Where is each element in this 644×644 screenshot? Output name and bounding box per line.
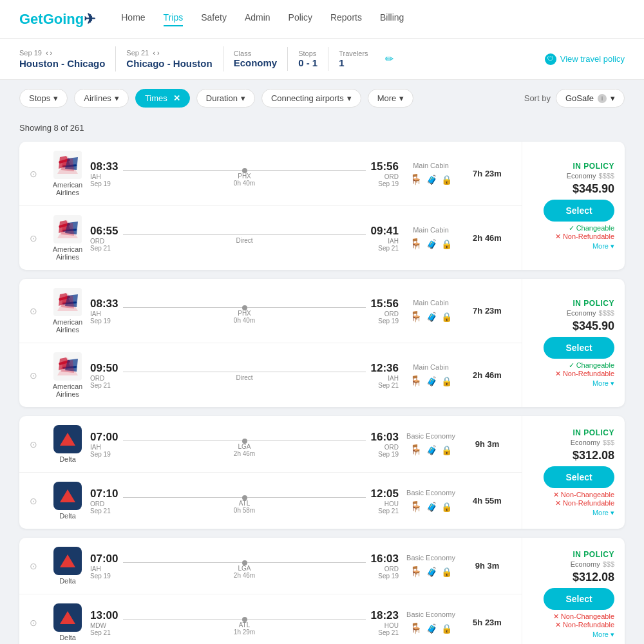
segment-travelers[interactable]: Travelers 1 <box>328 47 378 71</box>
edit-search-icon[interactable]: ✏ <box>385 53 393 65</box>
logo: GetGoing✈ <box>19 11 95 28</box>
nav-safety[interactable]: Safety <box>201 12 227 26</box>
view-policy-label: View travel policy <box>560 54 625 64</box>
svg-marker-20 <box>61 296 74 308</box>
segment-stops[interactable]: Stops 0 - 1 <box>288 47 328 71</box>
seat-icon: 🪑 <box>410 500 422 513</box>
depart-date: Sep 19 <box>90 573 118 580</box>
amenity-icons: 🪑 🧳 🔒 <box>410 565 452 578</box>
non-changeable-note: ✕ Non-Changeable <box>527 491 614 499</box>
flight-times: 07:00 IAH Sep 19 LGA2h 46m 16:03 ORD Sep… <box>90 431 399 458</box>
non-refundable-note: ✕ Non-Refundable <box>527 370 614 378</box>
more-link[interactable]: More ▾ <box>527 242 614 251</box>
select-button-3[interactable]: Select <box>544 588 614 610</box>
arrive-code: ORD <box>371 310 399 317</box>
filter-airlines[interactable]: Airlines ▾ <box>74 89 129 108</box>
depart-date: Sep 19 <box>90 317 118 325</box>
arrive-date: Sep 21 <box>371 382 399 389</box>
flight-times: 13:00 MDW Sep 21 ATL1h 29m 18:23 HOU Sep… <box>90 609 399 636</box>
sort-select[interactable]: GoSafe i ▾ <box>556 89 625 108</box>
flight-card: ⊙ Delta 07:00 IAH Sep 19 L <box>19 538 625 644</box>
policy-notes: ✕ Non-Changeable ✕ Non-Refundable <box>527 612 614 629</box>
price-signs: $$$$ <box>599 172 614 180</box>
price-amount: $345.90 <box>527 182 614 196</box>
seg1-nav[interactable]: ‹› <box>46 49 52 57</box>
stops-value: 0 - 1 <box>298 57 317 68</box>
nav-policy[interactable]: Policy <box>289 12 312 26</box>
logo-text: GetGoing <box>19 11 84 27</box>
amenity-icons: 🪑 🧳 🔒 <box>410 375 452 387</box>
nav-home[interactable]: Home <box>121 12 145 26</box>
more-link[interactable]: More ▾ <box>527 379 614 388</box>
flight-leg: ⊙ American Airlines 09:50 ORD Sep 21 <box>19 343 522 407</box>
cabin-label: Main Cabin <box>413 363 449 371</box>
seg2-nav[interactable]: ‹› <box>153 49 159 57</box>
airline-name: Delta <box>59 577 76 585</box>
depart-date: Sep 21 <box>90 629 118 636</box>
filter-times-close[interactable]: ✕ <box>173 93 180 103</box>
class-value: Economy <box>234 57 278 68</box>
filter-times[interactable]: Times ✕ <box>135 89 190 108</box>
airline-info: Delta <box>45 482 90 520</box>
select-button-2[interactable]: Select <box>544 466 614 488</box>
link-icon: ⊙ <box>30 618 40 628</box>
filter-connecting-airports[interactable]: Connecting airports ▾ <box>261 89 361 108</box>
link-icon: ⊙ <box>30 169 40 179</box>
cabin-class-badge: Economy $$$$ <box>527 309 614 317</box>
changeable-note: ✓ Changeable <box>527 361 614 370</box>
airline-name: Delta <box>59 512 76 520</box>
bag-icon: 🧳 <box>426 623 437 634</box>
nav-trips[interactable]: Trips <box>164 12 184 26</box>
more-link[interactable]: More ▾ <box>527 509 614 517</box>
filter-duration[interactable]: Duration ▾ <box>196 89 255 108</box>
bag-icon: 🧳 <box>426 376 437 386</box>
policy-badge: IN POLICY <box>527 428 614 437</box>
svg-marker-29 <box>60 489 75 502</box>
cabin-class-badge: Economy $$$ <box>527 560 614 568</box>
arrive-time: 12:36 <box>371 362 399 375</box>
lock-icon: 🔒 <box>441 502 452 512</box>
flight-times: 06:55 ORD Sep 21 Direct 09:41 IAH Sep 21 <box>90 225 399 252</box>
segment-class[interactable]: Class Economy <box>223 47 289 71</box>
arrive-time: 09:41 <box>371 225 399 238</box>
airline-name: American Airlines <box>45 181 90 196</box>
cabin-label: Main Cabin <box>413 226 449 234</box>
filter-stops[interactable]: Stops ▾ <box>19 89 68 108</box>
arrive-time: 15:56 <box>371 160 399 173</box>
flight-duration: 2h 46m <box>469 233 505 243</box>
nav-reports[interactable]: Reports <box>330 12 362 26</box>
segment-outbound[interactable]: Sep 19 ‹› Houston - Chicago <box>19 46 116 71</box>
select-button-0[interactable]: Select <box>544 200 614 222</box>
airline-info: Delta <box>45 547 90 585</box>
link-icon: ⊙ <box>30 306 40 316</box>
airline-name: American Airlines <box>45 383 90 398</box>
cabin-label: Basic Economy <box>406 554 455 562</box>
arrive-time: 12:05 <box>371 488 399 500</box>
cabin-class-text: Economy <box>571 560 600 568</box>
cabin-info: Main Cabin 🪑 🧳 🔒 <box>405 226 457 250</box>
seat-icon: 🪑 <box>410 310 422 323</box>
nav-billing[interactable]: Billing <box>380 12 404 26</box>
nav-admin[interactable]: Admin <box>245 12 270 26</box>
arrive-code: HOU <box>371 622 399 629</box>
segment-return[interactable]: Sep 21 ‹› Chicago - Houston <box>116 46 223 71</box>
filter-more[interactable]: More ▾ <box>368 89 414 108</box>
arrive-time: 15:56 <box>371 298 399 310</box>
seat-icon: 🪑 <box>410 375 422 387</box>
view-policy-btn[interactable]: 🛡 View travel policy <box>545 53 625 65</box>
non-refundable-note: ✕ Non-Refundable <box>527 621 614 629</box>
bag-icon: 🧳 <box>426 175 437 185</box>
depart-code: ORD <box>90 375 118 382</box>
cabin-class-text: Economy <box>567 172 596 180</box>
depart-time: 08:33 <box>90 160 118 173</box>
sort-value: GoSafe <box>565 93 594 103</box>
select-button-1[interactable]: Select <box>544 337 614 359</box>
arrive-code: IAH <box>371 375 399 382</box>
lock-icon: 🔒 <box>441 239 452 249</box>
header: GetGoing✈ Home Trips Safety Admin Policy… <box>0 0 644 39</box>
flight-duration: 7h 23m <box>469 306 505 316</box>
arrive-date: Sep 19 <box>371 573 399 580</box>
more-link[interactable]: More ▾ <box>527 630 614 639</box>
price-column: IN POLICY Economy $$$$ $345.90 Select ✓ … <box>522 279 625 407</box>
depart-time: 13:00 <box>90 609 118 622</box>
